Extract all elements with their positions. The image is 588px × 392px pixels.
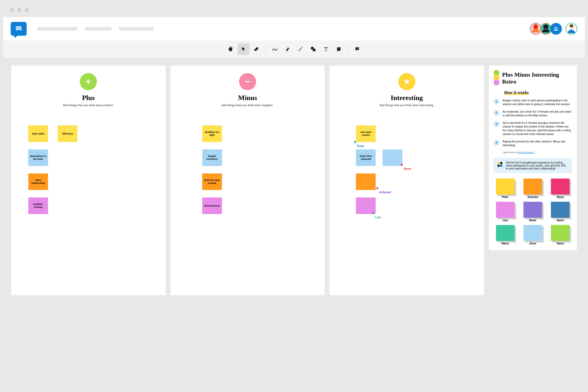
toolbar: [3, 41, 585, 58]
stickies-area[interactable]: deadline too tightbudget confusionbrief …: [177, 117, 319, 264]
panel-title: Plus Minus Interesting Retro: [502, 71, 572, 85]
svg-point-3: [556, 27, 558, 29]
svg-rect-7: [313, 49, 315, 51]
window-dot: [25, 8, 29, 12]
how-step: 1Assign a sticky color to each person pa…: [494, 99, 572, 106]
line-tool-icon[interactable]: [295, 43, 306, 55]
svg-rect-14: [500, 165, 502, 167]
minus-column: Minus Add things that you think were neg…: [170, 66, 325, 295]
comment-tool-icon[interactable]: [351, 43, 363, 55]
color-swatch[interactable]: Name: [549, 202, 572, 222]
share-button[interactable]: [550, 23, 562, 35]
learn-more-link[interactable]: https://concep...: [518, 151, 535, 154]
step-text: As moderator, set a timer for 3 minutes …: [503, 110, 572, 117]
svg-rect-12: [500, 162, 502, 164]
sticky-note[interactable]: [356, 173, 376, 190]
svg-point-2: [555, 27, 556, 29]
info-callout: Get the full Conceptboard experience by …: [494, 158, 572, 173]
color-swatch[interactable]: Achmed: [521, 179, 544, 199]
sticky-note[interactable]: budget confusion: [202, 149, 222, 166]
interesting-column: Interesting Add things that you think we…: [329, 66, 484, 295]
info-text: Get the full Conceptboard experience by …: [506, 161, 569, 170]
color-swatch[interactable]: Name: [549, 179, 572, 199]
step-number: 2: [494, 110, 499, 116]
app-logo[interactable]: [11, 22, 27, 36]
eraser-tool-icon[interactable]: [251, 43, 262, 55]
column-title: Plus: [18, 94, 159, 102]
color-swatch[interactable]: Name: [494, 225, 517, 245]
pointer-tool-icon[interactable]: [238, 43, 249, 55]
sticky-tool-icon[interactable]: [333, 43, 345, 55]
star-icon: [398, 73, 415, 90]
toolbar-divider: [348, 46, 348, 53]
learn-more-text: Learn more at https://concep...: [503, 151, 572, 154]
step-number: 1: [494, 99, 499, 105]
nav-placeholder: [119, 27, 154, 31]
window-dot: [10, 8, 14, 12]
column-subtitle: Add things that you think were positive.: [18, 104, 159, 107]
sticky-note[interactable]: time pressure: [202, 197, 222, 214]
color-swatch[interactable]: Peter: [494, 179, 517, 199]
title-dots: [494, 71, 499, 85]
collaborator-cursor: Lina: [371, 211, 381, 219]
stickies-area[interactable]: team spiritefficiencyatmosphere in the t…: [18, 117, 159, 264]
color-swatch[interactable]: Anne: [521, 225, 544, 245]
app-header: [3, 17, 585, 41]
plus-icon: [80, 73, 97, 90]
sticky-note[interactable]: [383, 149, 402, 166]
minus-icon: [239, 73, 256, 90]
color-swatch[interactable]: Name: [549, 225, 572, 245]
sticky-note[interactable]: atmosphere in the team: [28, 149, 48, 166]
how-step: 3Set a new timer for 8 minutes and give …: [494, 121, 572, 136]
step-number: 3: [494, 121, 499, 127]
sticky-note[interactable]: brief not clear enough: [202, 173, 222, 190]
sticky-note[interactable]: efficiency: [58, 125, 77, 142]
sticky-note[interactable]: team spirit: [28, 125, 48, 142]
canvas[interactable]: Plus Add things that you think were posi…: [3, 58, 585, 303]
svg-rect-11: [498, 162, 500, 164]
user-avatar[interactable]: [566, 23, 577, 35]
browser-chrome: [3, 3, 585, 17]
toolbar-divider: [265, 46, 266, 53]
step-text: Assign a sticky color to each person par…: [503, 99, 572, 106]
step-text: Repeat the process for the other section…: [503, 140, 572, 147]
side-panel: Plus Minus Interesting Retro How it work…: [489, 66, 577, 250]
column-subtitle: Add things that you think were negative.: [177, 104, 319, 107]
color-swatch[interactable]: Lina: [494, 202, 517, 222]
text-tool-icon[interactable]: [320, 43, 332, 55]
nav-placeholder: [85, 27, 112, 31]
collaborator-cursor: Peter: [353, 140, 364, 148]
shape-tool-icon[interactable]: [307, 43, 319, 55]
conceptboard-icon: [497, 161, 503, 168]
column-title: Minus: [177, 94, 319, 102]
plus-column: Plus Add things that you think were posi…: [11, 66, 166, 295]
sticky-note[interactable]: client relationship: [28, 173, 48, 190]
step-text: Set a new timer for 8 minutes and give e…: [503, 121, 572, 136]
column-title: Interesting: [336, 94, 478, 102]
svg-rect-13: [498, 165, 500, 167]
nav-placeholder: [37, 27, 77, 31]
how-heading: How it works: [504, 90, 529, 95]
how-step: 2As moderator, set a timer for 3 minutes…: [494, 110, 572, 117]
sticky-note[interactable]: problem solving: [28, 197, 48, 214]
step-number: 4: [494, 140, 499, 146]
color-swatches: PeterAchmedNameLinaNameNameNameAnneName: [494, 179, 572, 245]
column-subtitle: Add things that you think were interesti…: [336, 104, 478, 107]
sticky-note[interactable]: faster than expected: [356, 149, 376, 166]
collaborator-cursor: Anne: [400, 163, 411, 170]
collaborator-avatars: [531, 23, 577, 35]
hand-tool-icon[interactable]: [225, 43, 237, 55]
stickies-area[interactable]: new team routinefaster than expectedPete…: [336, 117, 478, 264]
header-nav-placeholders: [37, 27, 154, 31]
pen-tool-icon[interactable]: [269, 43, 281, 55]
how-step: 4Repeat the process for the other sectio…: [494, 140, 572, 147]
color-swatch[interactable]: Name: [521, 202, 544, 222]
window-dot: [17, 8, 21, 12]
sticky-note[interactable]: new team routine: [356, 125, 376, 142]
collaborator-cursor: Achmed: [375, 186, 391, 194]
sticky-note[interactable]: deadline too tight: [202, 125, 222, 142]
marker-tool-icon[interactable]: [282, 43, 293, 55]
svg-line-5: [299, 47, 303, 51]
